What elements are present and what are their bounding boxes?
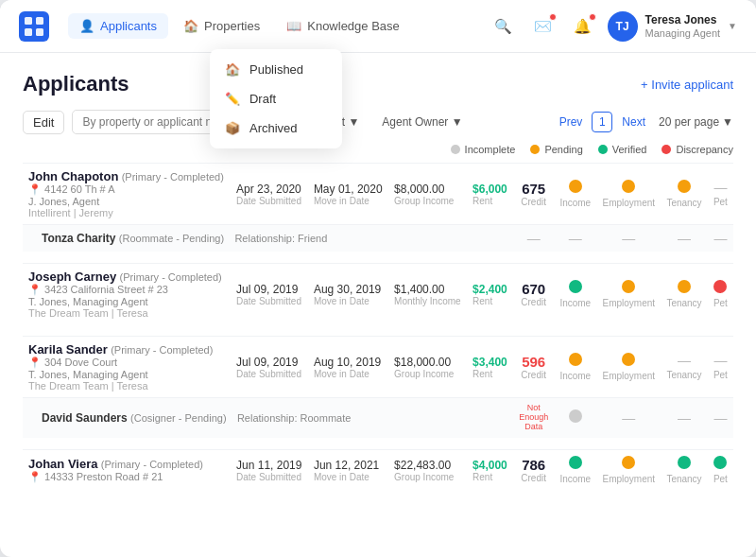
properties-dropdown: 🏠 Published ✏️ Draft 📦 Archived [210, 49, 342, 148]
pet-status: —Pet [708, 337, 733, 398]
table-row: Joseph Carney (Primary - Completed) 📍 34… [23, 264, 733, 325]
employment-status: Employment [596, 264, 661, 325]
date-submitted: Jul 09, 2019 Date Submitted [231, 264, 308, 325]
sub-tenancy-status: — [661, 398, 708, 438]
date-submitted: Jun 11, 2019 Date Submitted [231, 449, 308, 491]
rent: $4,000 Rent [467, 449, 513, 491]
dropdown-draft[interactable]: ✏️ Draft [210, 84, 342, 113]
page-header: Applicants + Invite applicant [23, 72, 733, 96]
pending-dot [530, 145, 540, 154]
legend-incomplete: Incomplete [451, 144, 516, 155]
sub-pet-status: — [708, 225, 733, 252]
toolbar: Edit Filter Sort ▼ Agent Owner ▼ Prev 1 … [23, 110, 733, 134]
sub-tenancy-status: — [661, 225, 708, 252]
sub-employment-status: — [596, 398, 661, 438]
applicant-name: John Chapoton (Primary - Completed) [28, 169, 225, 183]
nav-properties[interactable]: 🏠 Properties 🏠 Published ✏️ Draft 📦 Arch… [172, 13, 271, 39]
dropdown-published[interactable]: 🏠 Published [210, 55, 342, 84]
table-row: Karila Sander (Primary - Completed) 📍 30… [23, 337, 733, 398]
sub-credit: NotEnoughData [513, 398, 554, 438]
income: $22,483.00 Group Income [388, 449, 467, 491]
applicant-info: Karila Sander (Primary - Completed) 📍 30… [23, 337, 231, 398]
credit-score-cell: 596 Credit [513, 337, 554, 398]
applicants-table: John Chapoton (Primary - Completed) 📍 41… [23, 163, 733, 557]
edit-button[interactable]: Edit [23, 111, 64, 134]
user-details: Teresa Jones Managing Agent [645, 13, 721, 40]
sub-applicant-row: David Saunders (Cosigner - Pending) Rela… [23, 398, 733, 438]
user-chevron-icon: ▼ [728, 21, 737, 31]
tenancy-status: Tenancy [661, 449, 708, 491]
sub-employment-status: — [596, 225, 661, 252]
verified-dot [598, 145, 608, 154]
move-in-date: Aug 30, 2019 Move in Date [308, 264, 388, 325]
published-icon: 🏠 [225, 62, 240, 77]
main-content: Applicants + Invite applicant Edit Filte… [0, 53, 756, 557]
mail-button[interactable]: ✉️ [528, 11, 558, 42]
svg-rect-4 [36, 28, 43, 36]
app-window: 👤 Applicants 🏠 Properties 🏠 Published ✏️… [0, 0, 756, 557]
svg-rect-2 [36, 17, 43, 25]
income-status: Income [554, 264, 596, 325]
legend-discrepancy: Discrepancy [662, 144, 733, 155]
notifications-button[interactable]: 🔔 [568, 11, 598, 42]
income-status: Income [554, 337, 596, 398]
next-button[interactable]: Next [616, 113, 651, 131]
tenancy-status: Tenancy [661, 264, 708, 325]
discrepancy-dot [662, 145, 671, 154]
applicant-name: Karila Sander (Primary - Completed) [28, 342, 225, 357]
knowledge-icon: 📖 [286, 19, 301, 33]
pagination: Prev 1 Next [554, 112, 651, 132]
svg-rect-0 [19, 11, 49, 42]
date-submitted: Jul 09, 2019 Date Submitted [231, 337, 308, 398]
nav-knowledge[interactable]: 📖 Knowledge Base [275, 13, 411, 39]
agent-owner-button[interactable]: Agent Owner ▼ [374, 112, 470, 132]
rent: $2,400 Rent [467, 264, 513, 325]
move-in-date: May 01, 2020 Move in Date [308, 164, 388, 225]
incomplete-dot [451, 145, 460, 154]
applicant-name: Joseph Carney (Primary - Completed) [28, 270, 225, 284]
svg-rect-3 [25, 28, 32, 36]
user-menu[interactable]: TJ Teresa Jones Managing Agent ▼ [608, 11, 737, 42]
credit-score-cell: 670 Credit [513, 264, 554, 325]
agent-chevron-icon: ▼ [452, 115, 463, 129]
pet-status: Pet [708, 449, 733, 491]
applicants-icon: 👤 [79, 19, 94, 33]
applicant-info: Joseph Carney (Primary - Completed) 📍 34… [23, 264, 231, 325]
credit-score-cell: 786 Credit [513, 449, 554, 491]
status-legend: Incomplete Pending Verified Discrepancy [23, 144, 733, 155]
income: $8,000.00 Group Income [388, 164, 467, 225]
pagination-controls: Prev 1 Next 20 per page ▼ [554, 112, 733, 132]
dropdown-archived[interactable]: 📦 Archived [210, 113, 342, 143]
per-page-selector[interactable]: 20 per page ▼ [659, 115, 733, 129]
move-in-date: Aug 10, 2019 Move in Date [308, 337, 388, 398]
app-logo [19, 11, 49, 42]
employment-status: Employment [596, 164, 661, 225]
search-button[interactable]: 🔍 [489, 11, 519, 42]
invite-applicant-button[interactable]: + Invite applicant [641, 78, 733, 92]
legend-pending: Pending [530, 144, 582, 155]
table: John Chapoton (Primary - Completed) 📍 41… [23, 163, 733, 502]
income-status: Income [554, 449, 596, 491]
move-in-date: Jun 12, 2021 Move in Date [308, 449, 388, 491]
rent: $3,400 Rent [467, 337, 513, 398]
applicant-name: Johan Viera (Primary - Completed) [28, 457, 225, 471]
applicant-info: Johan Viera (Primary - Completed) 📍 1433… [23, 449, 231, 491]
prev-button[interactable]: Prev [554, 113, 589, 131]
notification-badge [589, 13, 596, 21]
page-title: Applicants [23, 72, 129, 96]
tenancy-status: —Tenancy [661, 337, 708, 398]
income-status: Income [554, 164, 596, 225]
sub-pet-status: — [708, 398, 733, 438]
sub-applicant-info: David Saunders (Cosigner - Pending) Rela… [23, 398, 513, 438]
sub-applicant-row: Tonza Charity (Roommate - Pending) Relat… [23, 225, 733, 252]
income: $1,400.00 Monthly Income [388, 264, 467, 325]
nav-applicants[interactable]: 👤 Applicants [68, 13, 168, 39]
table-row: Johan Viera (Primary - Completed) 📍 1433… [23, 449, 733, 491]
perpage-chevron-icon: ▼ [722, 115, 733, 129]
date-submitted: Apr 23, 2020 Date Submitted [231, 164, 308, 225]
tenancy-status: Tenancy [661, 164, 708, 225]
main-nav: 👤 Applicants 🏠 Properties 🏠 Published ✏️… [68, 13, 489, 39]
employment-status: Employment [596, 449, 661, 491]
draft-icon: ✏️ [225, 92, 240, 106]
avatar: TJ [608, 11, 638, 42]
